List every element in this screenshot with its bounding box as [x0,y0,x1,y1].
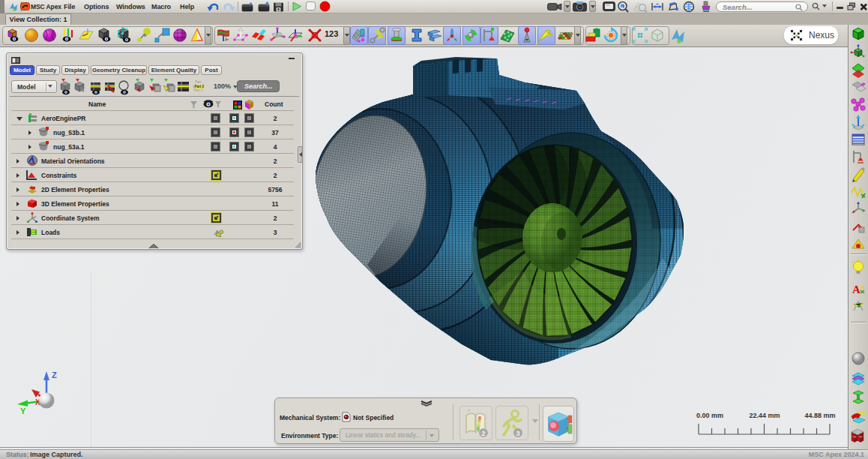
svg-text:44.88 mm: 44.88 mm [804,412,835,419]
svg-text:0.00 mm: 0.00 mm [696,412,723,419]
svg-text:3: 3 [516,430,519,437]
svg-text:Z: Z [52,370,57,380]
svg-text:22.44 mm: 22.44 mm [749,412,780,419]
svg-text:Y: Y [20,406,26,416]
svg-text:2: 2 [481,430,485,437]
svg-text:A: A [852,284,861,296]
